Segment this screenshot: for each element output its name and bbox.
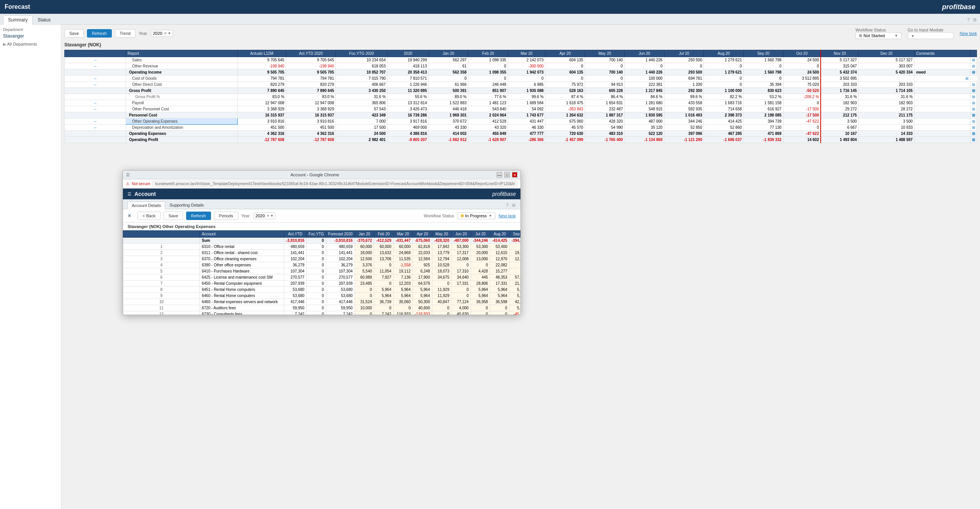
tab-summary[interactable]: Summary xyxy=(3,15,33,25)
modal-row-value[interactable]: 10,000 xyxy=(355,305,374,311)
modal-row-value[interactable]: 28,806 xyxy=(471,281,490,287)
row-expand-icon[interactable]: ↔ xyxy=(65,76,126,82)
modal-new-task-button[interactable]: New task xyxy=(499,213,516,218)
modal-row-value[interactable]: 0 xyxy=(452,262,471,268)
modal-row-value[interactable]: 5,964 xyxy=(509,293,520,299)
modal-row-value[interactable]: 0 xyxy=(432,305,451,311)
modal-row-value[interactable]: 34,640 xyxy=(452,274,471,281)
modal-row-value[interactable]: 50,300 xyxy=(413,299,432,305)
modal-row-value[interactable]: 12,615 xyxy=(490,250,509,256)
modal-save-button[interactable]: Save xyxy=(164,212,183,220)
row-expand-icon[interactable]: ↔ xyxy=(65,106,126,112)
modal-row-value[interactable]: 64,579 xyxy=(413,281,432,287)
modal-row-value[interactable]: -116,933 xyxy=(413,311,432,315)
sidebar-selected-dept[interactable]: Stavanger xyxy=(3,33,58,39)
save-button[interactable]: Save xyxy=(64,29,84,38)
modal-row-value[interactable]: 0 xyxy=(509,268,520,274)
modal-tab-account-details[interactable]: Account Details xyxy=(128,202,165,209)
modal-row-value[interactable]: 17,900 xyxy=(413,274,432,281)
modal-menu-icon[interactable]: ☰ xyxy=(128,192,131,197)
modal-row-value[interactable]: 17,331 xyxy=(452,281,471,287)
modal-row-value[interactable]: 48,353 xyxy=(490,274,509,281)
row-expand-icon[interactable] xyxy=(65,69,126,76)
modal-row-value[interactable]: 12,838 xyxy=(509,256,520,262)
modal-row-value[interactable]: 5,964 xyxy=(509,287,520,293)
modal-maximize-button[interactable]: □ xyxy=(504,172,510,177)
modal-row-value[interactable]: 60,000 xyxy=(355,244,374,250)
modal-minimize-button[interactable]: — xyxy=(497,172,502,177)
modal-row-value[interactable]: 19,176 xyxy=(509,250,520,256)
row-expand-icon[interactable]: ↔ xyxy=(65,118,126,125)
modal-row-value[interactable]: 0 xyxy=(355,311,374,315)
row-expand-icon[interactable]: ↔ xyxy=(65,63,126,69)
modal-row-value[interactable]: 5,964 xyxy=(490,287,509,293)
modal-row-value[interactable]: 6,248 xyxy=(413,268,432,274)
modal-row-value[interactable]: 5,964 xyxy=(374,293,393,299)
row-action-icon[interactable]: ⊞ xyxy=(970,106,977,112)
modal-row-value[interactable]: 17,842 xyxy=(432,244,451,250)
modal-row-value[interactable]: 0 xyxy=(432,281,451,287)
modal-row-value[interactable]: 0 xyxy=(374,262,393,268)
modal-row-value[interactable]: 11,929 xyxy=(432,293,451,299)
modal-row-value[interactable]: 0 xyxy=(471,262,490,268)
modal-row-value[interactable]: 21,803 xyxy=(509,281,520,287)
modal-row-value[interactable]: 12,584 xyxy=(413,256,432,262)
modal-row-value[interactable]: 42,898 xyxy=(509,299,520,305)
row-action-icon[interactable]: ⊞ xyxy=(970,69,977,76)
modal-row-value[interactable]: 0 xyxy=(490,311,509,315)
modal-row-value[interactable]: 0 xyxy=(471,305,490,311)
row-action-icon[interactable]: ⊞ xyxy=(970,125,977,131)
modal-row-value[interactable]: 23,485 xyxy=(355,281,374,287)
modal-row-value[interactable]: 7,242 xyxy=(374,311,393,315)
modal-row-value[interactable]: 60,989 xyxy=(355,274,374,281)
modal-row-value[interactable]: 0 xyxy=(452,293,471,299)
row-action-icon[interactable]: ⊞ xyxy=(970,63,977,69)
modal-row-value[interactable]: 0 xyxy=(355,287,374,293)
modal-row-value[interactable]: 60,000 xyxy=(374,244,393,250)
modal-row-value[interactable]: 13,779 xyxy=(432,250,451,256)
modal-row-value[interactable]: 5,964 xyxy=(490,293,509,299)
row-expand-icon[interactable] xyxy=(65,94,126,100)
modal-row-value[interactable]: 0 xyxy=(374,305,393,311)
modal-refresh-button[interactable]: Refresh xyxy=(186,212,211,220)
modal-row-value[interactable]: 0 xyxy=(355,293,374,299)
modal-row-value[interactable]: 5,964 xyxy=(393,293,412,299)
row-action-icon[interactable]: ⊞ xyxy=(970,57,977,63)
modal-row-value[interactable]: 12,500 xyxy=(355,256,374,262)
row-expand-icon[interactable]: ↔ xyxy=(65,82,126,88)
modal-row-value[interactable]: 22,033 xyxy=(413,250,432,256)
modal-row-value[interactable]: 20,000 xyxy=(471,250,490,256)
modal-row-value[interactable]: 7,927 xyxy=(374,274,393,281)
modal-row-value[interactable]: 0 xyxy=(471,311,490,315)
modal-tab-supporting-details[interactable]: Supporting Details xyxy=(165,201,208,209)
modal-row-value[interactable]: 5,964 xyxy=(393,287,412,293)
row-expand-icon[interactable] xyxy=(65,137,126,143)
row-action-icon[interactable]: ⊞ xyxy=(970,88,977,94)
settings-icon[interactable]: ⚙ xyxy=(973,17,977,23)
modal-year-dropdown[interactable]: ▼ xyxy=(270,214,274,218)
modal-row-value[interactable]: 24,868 xyxy=(393,250,412,256)
modal-row-value[interactable]: 17,317 xyxy=(452,250,471,256)
year-clear-icon[interactable]: ✕ xyxy=(164,31,167,35)
modal-row-value[interactable]: 53,300 xyxy=(471,244,490,250)
modal-row-value[interactable]: 7,136 xyxy=(393,274,412,281)
row-expand-icon[interactable]: ↔ xyxy=(65,57,126,63)
modal-row-value[interactable]: 17,331 xyxy=(490,281,509,287)
modal-help-icon[interactable]: ? xyxy=(506,203,509,208)
modal-row-value[interactable]: 60,000 xyxy=(393,244,412,250)
modal-settings-icon[interactable]: ⚙ xyxy=(512,203,516,208)
modal-row-value[interactable]: 4,428 xyxy=(471,268,490,274)
modal-row-value[interactable]: 62,818 xyxy=(413,244,432,250)
modal-row-value[interactable]: -45,630 xyxy=(509,311,520,315)
modal-row-value[interactable]: 925 xyxy=(413,262,432,268)
modal-row-value[interactable]: 13,706 xyxy=(374,256,393,262)
row-action-icon[interactable]: ⊞ xyxy=(970,118,977,125)
modal-row-value[interactable]: 18,000 xyxy=(355,250,374,256)
row-action-icon[interactable]: ⊞ xyxy=(970,137,977,143)
modal-row-value[interactable]: 19,112 xyxy=(393,268,412,274)
modal-row-value[interactable]: 15,277 xyxy=(490,268,509,274)
sidebar-all-departments[interactable]: ▶ All Departments xyxy=(3,42,58,47)
modal-row-value[interactable]: 0 xyxy=(452,287,471,293)
modal-row-value[interactable]: 4,000 xyxy=(452,305,471,311)
modal-row-value[interactable]: 5,964 xyxy=(471,293,490,299)
